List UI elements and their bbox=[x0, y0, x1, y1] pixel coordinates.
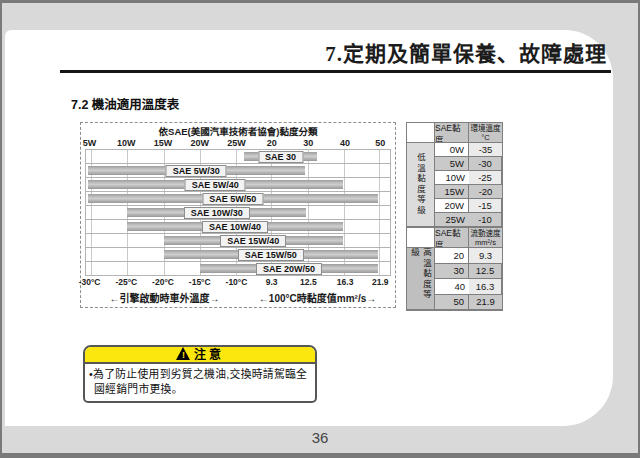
sae-table-section: SAE黏度流動速度mm²/s高溫黏度等級209.33012.54016.3502… bbox=[406, 227, 503, 311]
gridline bbox=[91, 234, 92, 247]
table-value-cell: 9.3 bbox=[469, 248, 502, 264]
gridline bbox=[344, 234, 345, 247]
gridline bbox=[344, 164, 345, 177]
table-sae-cell: 5W bbox=[435, 157, 469, 171]
scanned-manual-page: 7.定期及簡單保養、故障處理 7.2 機油適用溫度表 依SAE(美國汽車技術者協… bbox=[0, 0, 640, 458]
chart-bar-label: SAE 15W/40 bbox=[220, 235, 286, 247]
axis-tick: -30°C bbox=[79, 277, 101, 287]
gridline bbox=[91, 248, 92, 261]
gridline bbox=[91, 206, 92, 219]
sae-viscosity-table: SAE黏度環境溫度°C低溫黏度等級0W-355W-3010W-2515W-202… bbox=[406, 122, 503, 311]
table-sae-cell: 40 bbox=[435, 279, 469, 295]
gridline bbox=[379, 178, 380, 191]
header-unit: mm²/s bbox=[475, 238, 496, 247]
section-title: 7.2 機油適用溫度表 bbox=[71, 94, 179, 113]
table-col-header: 流動速度mm²/s bbox=[469, 228, 502, 248]
header-line: 流動速度 bbox=[471, 229, 501, 238]
chart-bar-label: SAE 5W/30 bbox=[166, 165, 227, 177]
table-col-header: SAE黏度 bbox=[435, 228, 469, 248]
axis-tick: 30 bbox=[303, 138, 313, 148]
axis-tick: 20 bbox=[267, 138, 277, 148]
gridline bbox=[236, 150, 237, 163]
chart-bar-label: SAE 5W/50 bbox=[202, 193, 263, 205]
gridline bbox=[379, 220, 380, 233]
gridline bbox=[164, 262, 165, 275]
chart-bar-label: SAE 5W/40 bbox=[185, 179, 246, 191]
gridline bbox=[91, 262, 92, 275]
gridline bbox=[379, 262, 380, 275]
axis-tick: -20°C bbox=[152, 277, 174, 287]
chart-row: SAE 15W/50 bbox=[85, 247, 391, 262]
chart-bar-label: SAE 30 bbox=[258, 151, 303, 163]
chart-caption-right: ←100°C時黏度值mm²/s→ bbox=[259, 290, 376, 305]
gridline bbox=[379, 164, 380, 177]
chart-top-axis: 5W10W15W20W25W20304050 bbox=[85, 137, 391, 149]
header-unit: °C bbox=[481, 133, 489, 142]
table-sae-cell: 20 bbox=[435, 248, 469, 264]
table-value-cell: -20 bbox=[469, 185, 502, 199]
gridline bbox=[127, 248, 128, 261]
axis-tick: -10°C bbox=[226, 277, 248, 287]
table-value-cell: -30 bbox=[469, 157, 502, 171]
chart-rows: SAE 30SAE 5W/30SAE 5W/40SAE 5W/50SAE 10W… bbox=[85, 149, 391, 276]
chart-bar-label: SAE 20W/50 bbox=[256, 263, 322, 275]
chart-bar-label: SAE 15W/50 bbox=[238, 249, 304, 261]
chart-row: SAE 5W/30 bbox=[85, 163, 391, 178]
table-value-cell: -25 bbox=[469, 171, 502, 185]
axis-tick: 21.9 bbox=[372, 277, 389, 287]
table-side-label: 低溫黏度等級 bbox=[407, 143, 435, 227]
gridline bbox=[91, 150, 92, 163]
chart-row: SAE 10W/30 bbox=[85, 205, 391, 220]
table-value-cell: -35 bbox=[469, 143, 502, 157]
oil-temperature-chart: 依SAE(美國汽車技術者協會)黏度分類 5W10W15W20W25W203040… bbox=[80, 122, 396, 308]
chapter-title: 7.定期及簡單保養、故障處理 bbox=[325, 37, 607, 67]
gridline bbox=[379, 150, 380, 163]
table-value-cell: 21.9 bbox=[469, 295, 502, 311]
table-corner-cell bbox=[407, 228, 435, 248]
gridline bbox=[344, 150, 345, 163]
axis-tick: 5W bbox=[83, 138, 97, 148]
gridline bbox=[200, 150, 201, 163]
gridline bbox=[127, 150, 128, 163]
title-underline bbox=[60, 70, 611, 73]
gridline bbox=[344, 220, 345, 233]
table-value-cell: 16.3 bbox=[469, 279, 502, 295]
gridline bbox=[91, 220, 92, 233]
chart-row: SAE 5W/40 bbox=[85, 177, 391, 192]
chart-title: 依SAE(美國汽車技術者協會)黏度分類 bbox=[85, 126, 391, 137]
gridline bbox=[127, 234, 128, 247]
axis-tick: -15°C bbox=[189, 277, 211, 287]
gridline bbox=[127, 262, 128, 275]
gridline bbox=[164, 150, 165, 163]
axis-tick: 50 bbox=[375, 138, 385, 148]
table-sae-cell: 10W bbox=[435, 171, 469, 185]
axis-tick: 9.3 bbox=[266, 277, 278, 287]
axis-tick: 12.5 bbox=[300, 277, 317, 287]
chart-captions: ←引擎啟動時車外溫度→ ←100°C時黏度值mm²/s→ bbox=[85, 289, 391, 302]
gridline bbox=[344, 178, 345, 191]
table-value-cell: -10 bbox=[469, 213, 502, 227]
axis-tick: 10W bbox=[117, 138, 136, 148]
chart-row: SAE 15W/40 bbox=[85, 233, 391, 248]
chart-row: SAE 20W/50 bbox=[85, 261, 391, 276]
table-sae-cell: 20W bbox=[435, 199, 469, 213]
table-sae-cell: 0W bbox=[435, 143, 469, 157]
axis-tick: -25°C bbox=[115, 277, 137, 287]
chart-row: SAE 30 bbox=[85, 149, 391, 164]
table-side-label: 高溫黏度等級 bbox=[407, 248, 435, 310]
chart-caption-left: ←引擎啟動時車外溫度→ bbox=[110, 290, 220, 305]
axis-tick: 40 bbox=[340, 138, 350, 148]
caution-title: 注意 bbox=[194, 348, 224, 362]
gridline bbox=[308, 164, 309, 177]
gridline bbox=[379, 206, 380, 219]
gridline bbox=[308, 206, 309, 219]
gridline bbox=[379, 234, 380, 247]
table-sae-cell: 25W bbox=[435, 213, 469, 227]
table-col-header: SAE黏度 bbox=[435, 123, 469, 143]
table-value-cell: -15 bbox=[469, 199, 502, 213]
gridline bbox=[379, 248, 380, 261]
sae-table-section: SAE黏度環境溫度°C低溫黏度等級0W-355W-3010W-2515W-202… bbox=[406, 122, 503, 227]
page-number: 36 bbox=[0, 429, 640, 446]
table-col-header-text: 流動速度mm²/s bbox=[471, 229, 501, 247]
table-corner-cell bbox=[407, 123, 435, 143]
